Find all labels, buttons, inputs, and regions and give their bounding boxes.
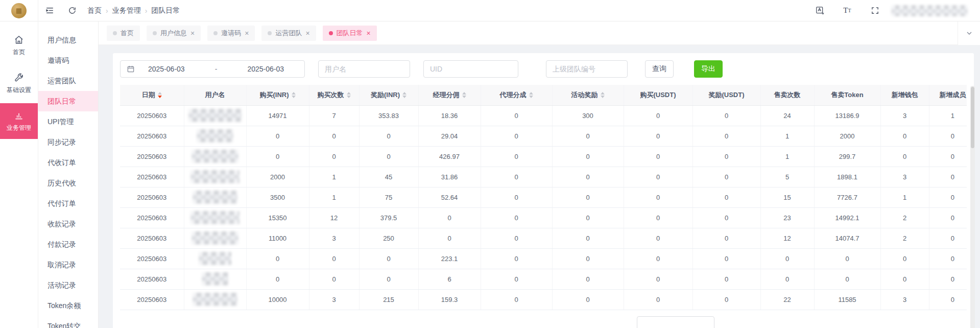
sidebar-item[interactable]: 历史代收 bbox=[38, 173, 98, 193]
column-header[interactable]: 活动奖励 bbox=[552, 85, 624, 105]
column-header-label: 售卖次数 bbox=[774, 90, 801, 100]
breadcrumb-item[interactable]: 首页 bbox=[87, 6, 102, 15]
user-account-blurred[interactable] bbox=[891, 5, 968, 16]
rail-item-chart[interactable]: 业务管理 bbox=[0, 103, 38, 139]
sidebar-collapse-icon[interactable] bbox=[44, 5, 55, 16]
column-header-inner: 售卖Token bbox=[831, 90, 863, 100]
value-cell: 11585 bbox=[814, 289, 880, 310]
value-cell: 0 bbox=[692, 289, 760, 310]
sort-caret-icon[interactable] bbox=[462, 92, 466, 98]
value-cell: 0 bbox=[481, 126, 552, 146]
value-cell: 52.64 bbox=[418, 187, 481, 207]
column-header[interactable]: 奖励(INR) bbox=[359, 85, 418, 105]
date-range-picker[interactable]: 2025-06-03 - 2025-06-03 bbox=[120, 60, 305, 78]
export-button[interactable]: 导出 bbox=[694, 60, 723, 78]
sort-caret-icon[interactable] bbox=[529, 92, 533, 98]
date-cell: 20250603 bbox=[120, 105, 184, 126]
sort-caret-icon[interactable] bbox=[402, 92, 407, 98]
tab-close-icon[interactable]: × bbox=[245, 30, 249, 37]
column-header[interactable]: 新增钱包 bbox=[880, 85, 929, 105]
font-size-icon[interactable]: TT bbox=[842, 5, 853, 16]
tab-item[interactable]: 用户信息× bbox=[147, 26, 201, 41]
value-cell: 3 bbox=[309, 289, 359, 310]
username-cell bbox=[184, 207, 246, 228]
column-header-inner: 新增成员 bbox=[939, 90, 966, 100]
value-cell: 0 bbox=[692, 228, 760, 248]
value-cell: 3 bbox=[880, 105, 929, 126]
translate-icon[interactable] bbox=[814, 5, 825, 16]
sidebar-item[interactable]: Token余额 bbox=[38, 295, 98, 316]
app-logo[interactable]: ▦ bbox=[11, 3, 27, 18]
fullscreen-icon[interactable] bbox=[869, 5, 880, 16]
sidebar-item[interactable]: 运营团队 bbox=[38, 71, 98, 91]
sidebar-item[interactable]: 付款记录 bbox=[38, 234, 98, 254]
sidebar-item[interactable]: UPI管理 bbox=[38, 111, 98, 132]
value-cell: 15 bbox=[760, 187, 814, 207]
breadcrumb-item[interactable]: 业务管理 bbox=[112, 6, 141, 15]
sidebar-item[interactable]: 活动记录 bbox=[38, 275, 98, 295]
tab-list-dropdown-button[interactable] bbox=[958, 21, 980, 45]
column-header[interactable]: 售卖Token bbox=[814, 85, 880, 105]
date-start-value[interactable]: 2025-06-03 bbox=[148, 65, 185, 73]
sidebar-item[interactable]: 用户信息 bbox=[38, 30, 98, 50]
tab-close-icon[interactable]: × bbox=[190, 30, 195, 37]
column-header[interactable]: 售卖次数 bbox=[760, 85, 814, 105]
value-cell: 0 bbox=[481, 228, 552, 248]
tab-close-icon[interactable]: × bbox=[367, 30, 371, 37]
vertical-scrollbar[interactable] bbox=[970, 86, 975, 328]
sidebar-item[interactable]: 取消记录 bbox=[38, 254, 98, 275]
sidebar-item[interactable]: Token转交 bbox=[38, 316, 98, 328]
sidebar-menu: 用户信息邀请码运营团队团队日常UPI管理同步记录代收订单历史代收代付订单收款记录… bbox=[38, 21, 99, 328]
column-header[interactable]: 新增成员 bbox=[929, 85, 967, 105]
value-cell: 6 bbox=[418, 269, 481, 289]
query-button[interactable]: 查询 bbox=[645, 60, 674, 78]
home-icon bbox=[14, 35, 24, 45]
table-row: 20250603110003250000001214074.720 bbox=[120, 228, 967, 248]
sidebar-item[interactable]: 同步记录 bbox=[38, 132, 98, 152]
uid-input[interactable] bbox=[423, 60, 518, 78]
value-cell: 10000 bbox=[246, 289, 309, 310]
value-cell: 0 bbox=[929, 126, 967, 146]
username-blurred bbox=[192, 150, 238, 163]
username-cell bbox=[184, 126, 246, 146]
sidebar-item[interactable]: 团队日常 bbox=[38, 91, 98, 111]
date-end-value[interactable]: 2025-06-03 bbox=[247, 65, 284, 73]
sidebar-item[interactable]: 代收订单 bbox=[38, 152, 98, 173]
value-cell: 0 bbox=[624, 146, 692, 167]
sort-caret-icon[interactable] bbox=[292, 92, 296, 98]
column-header[interactable]: 代理分成 bbox=[481, 85, 552, 105]
daily-table: 日期用户名购买(INR)购买次数奖励(INR)经理分佣代理分成活动奖励购买(US… bbox=[120, 85, 967, 310]
tab-item[interactable]: 首页 bbox=[107, 26, 140, 41]
username-cell bbox=[184, 289, 246, 310]
tab-item[interactable]: 邀请码× bbox=[207, 26, 255, 41]
tab-item[interactable]: 运营团队× bbox=[261, 26, 316, 41]
value-cell: 0 bbox=[418, 228, 481, 248]
tab-item[interactable]: 团队日常× bbox=[323, 26, 377, 41]
refresh-icon[interactable] bbox=[66, 5, 78, 16]
sort-caret-icon[interactable] bbox=[347, 92, 351, 98]
rail-item-wrench[interactable]: 基础设置 bbox=[0, 65, 38, 101]
column-header[interactable]: 购买次数 bbox=[309, 85, 359, 105]
value-cell: 0 bbox=[309, 126, 359, 146]
sidebar-item[interactable]: 邀请码 bbox=[38, 50, 98, 71]
page-size-select[interactable] bbox=[637, 316, 714, 328]
sort-caret-icon[interactable] bbox=[601, 92, 605, 98]
username-input[interactable] bbox=[318, 60, 410, 78]
sort-desc-arrow bbox=[347, 96, 351, 98]
tab-close-icon[interactable]: × bbox=[305, 30, 309, 37]
column-header[interactable]: 购买(INR) bbox=[246, 85, 309, 105]
sidebar-item[interactable]: 收款记录 bbox=[38, 214, 98, 234]
sort-caret-icon[interactable] bbox=[158, 92, 162, 98]
column-header[interactable]: 用户名 bbox=[184, 85, 246, 105]
column-header[interactable]: 购买(USDT) bbox=[624, 85, 692, 105]
rail-item-home[interactable]: 首页 bbox=[0, 28, 38, 63]
scrollbar-thumb[interactable] bbox=[971, 87, 974, 148]
value-cell: 0 bbox=[552, 248, 624, 269]
column-header[interactable]: 经理分佣 bbox=[418, 85, 481, 105]
column-header-label: 新增成员 bbox=[939, 90, 966, 100]
column-header[interactable]: 奖励(USDT) bbox=[692, 85, 760, 105]
sidebar-item[interactable]: 代付订单 bbox=[38, 193, 98, 214]
breadcrumb-item[interactable]: 团队日常 bbox=[151, 6, 180, 15]
column-header[interactable]: 日期 bbox=[120, 85, 184, 105]
parent-team-input[interactable] bbox=[546, 60, 628, 78]
